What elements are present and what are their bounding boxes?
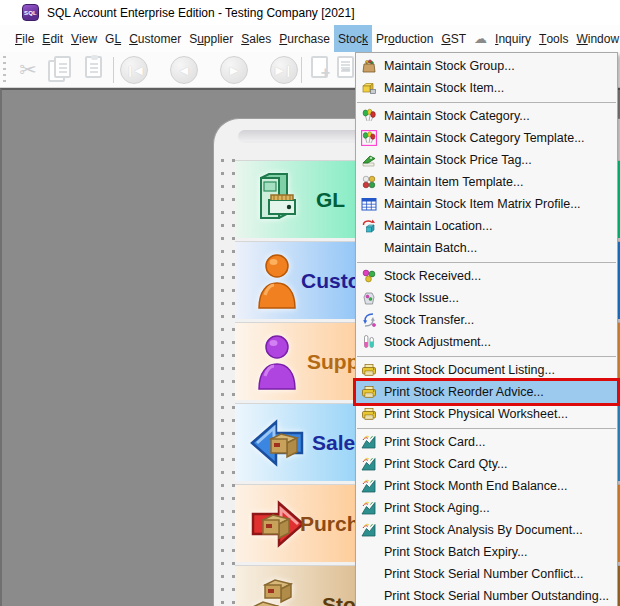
menu-item-stock-received[interactable]: Stock Received... — [356, 265, 617, 287]
menu-item-print-stock-analysis-by-document[interactable]: Print Stock Analysis By Document... — [356, 519, 617, 541]
menu-item-maintain-stock-group[interactable]: Maintain Stock Group... — [356, 55, 617, 77]
menubar-item-inquiry[interactable]: Inquiry — [491, 25, 535, 52]
chart-icon — [361, 500, 384, 516]
menubar-item-stock[interactable]: Stock — [334, 25, 372, 52]
transfer-icon — [361, 312, 384, 328]
chart-icon — [361, 522, 384, 538]
tag-icon — [361, 152, 384, 168]
cloud-icon[interactable]: ☁ — [470, 25, 491, 52]
menu-item-print-stock-card-qty[interactable]: Print Stock Card Qty... — [356, 453, 617, 475]
menubar-item-gl[interactable]: GL — [101, 25, 125, 52]
menu-item-label: Print Stock Serial Number Outstanding... — [384, 589, 609, 603]
menubar-item-sales[interactable]: Sales — [237, 25, 275, 52]
panel-grip-dots — [221, 159, 224, 606]
balloons-icon — [361, 108, 384, 124]
nav-previous-icon[interactable]: ◀ — [170, 56, 198, 84]
menubar-item-window[interactable]: Window — [572, 25, 620, 52]
menu-item-maintain-stock-item-matrix-profile[interactable]: Maintain Stock Item Matrix Profile... — [356, 193, 617, 215]
menu-item-label: Print Stock Analysis By Document... — [384, 523, 583, 537]
nav-next-icon[interactable]: ▶ — [220, 56, 248, 84]
menu-item-label: Print Stock Serial Number Conflict... — [384, 567, 583, 581]
person-orange-icon — [249, 251, 306, 311]
menu-item-print-stock-card[interactable]: Print Stock Card... — [356, 431, 617, 453]
menu-item-maintain-stock-category-template[interactable]: Maintain Stock Category Template... — [356, 127, 617, 149]
menu-item-maintain-batch[interactable]: Maintain Batch... — [356, 237, 617, 259]
issue-icon — [361, 290, 384, 306]
menu-item-print-stock-document-listing[interactable]: Print Stock Document Listing... — [356, 359, 617, 381]
menubar-item-view[interactable]: View — [67, 25, 101, 52]
menu-item-stock-adjustment[interactable]: Stock Adjustment... — [356, 331, 617, 353]
menu-item-label: Print Stock Batch Expiry... — [384, 545, 528, 559]
printer-icon — [361, 406, 384, 422]
menu-item-stock-transfer[interactable]: Stock Transfer... — [356, 309, 617, 331]
menubar-item-gst[interactable]: GST — [437, 25, 470, 52]
menu-item-label: Print Stock Card Qty... — [384, 457, 507, 471]
menubar-item-customer[interactable]: Customer — [125, 25, 185, 52]
menu-item-label: Maintain Stock Item... — [384, 81, 504, 95]
boxes-icon — [249, 575, 306, 606]
cut-icon[interactable]: ✂ — [14, 56, 42, 84]
sales-arrow-icon — [249, 413, 306, 473]
menu-item-maintain-location[interactable]: Maintain Location... — [356, 215, 617, 237]
menu-item-label: Maintain Stock Price Tag... — [384, 153, 532, 167]
menu-item-print-stock-reorder-advice[interactable]: Print Stock Reorder Advice... — [356, 381, 617, 403]
window-title: SQL Account Enterprise Edition - Testing… — [47, 6, 355, 20]
menu-item-label: Stock Adjustment... — [384, 335, 491, 349]
received-icon — [361, 268, 384, 284]
menu-separator — [357, 102, 616, 103]
menu-item-label: Stock Received... — [384, 269, 481, 283]
template-icon — [361, 174, 384, 190]
menubar-item-supplier[interactable]: Supplier — [185, 25, 237, 52]
printer-icon — [361, 384, 384, 400]
menu-item-maintain-item-template[interactable]: Maintain Item Template... — [356, 171, 617, 193]
menu-item-maintain-stock-item[interactable]: Maintain Stock Item... — [356, 77, 617, 99]
location-icon — [361, 218, 384, 234]
app-window: SQL SQL Account Enterprise Edition - Tes… — [0, 0, 620, 606]
menu-item-label: Stock Issue... — [384, 291, 459, 305]
menubar-item-purchase[interactable]: Purchase — [275, 25, 334, 52]
menu-item-label: Print Stock Document Listing... — [384, 363, 555, 377]
menu-item-label: Maintain Stock Category... — [384, 109, 530, 123]
menu-item-label: Print Stock Card... — [384, 435, 485, 449]
menu-item-label: Stock Transfer... — [384, 313, 474, 327]
menubar-item-production[interactable]: Production — [372, 25, 437, 52]
toolbar-grip[interactable] — [3, 56, 6, 83]
nav-first-icon[interactable]: ❙◀ — [120, 56, 148, 84]
menubar-item-file[interactable]: File — [11, 25, 38, 52]
menu-item-maintain-stock-category[interactable]: Maintain Stock Category... — [356, 105, 617, 127]
menu-item-label: Print Stock Reorder Advice... — [384, 385, 544, 399]
adjustment-icon — [361, 334, 384, 350]
menu-item-maintain-stock-price-tag[interactable]: Maintain Stock Price Tag... — [356, 149, 617, 171]
menubar-item-edit[interactable]: Edit — [38, 25, 67, 52]
cabinet-icon — [249, 170, 306, 230]
new-record-icon[interactable] — [306, 56, 334, 84]
menu-item-label: Print Stock Month End Balance... — [384, 479, 567, 493]
menu-item-label: Print Stock Aging... — [384, 501, 490, 515]
paste-icon[interactable] — [80, 56, 108, 84]
nav-last-icon[interactable]: ▶❙ — [270, 56, 298, 84]
app-logo-icon: SQL — [22, 4, 39, 21]
menu-item-stock-issue[interactable]: Stock Issue... — [356, 287, 617, 309]
balloons-frame-icon — [361, 130, 384, 146]
copy-icon[interactable] — [46, 56, 74, 84]
menu-item-label: Maintain Stock Item Matrix Profile... — [384, 197, 581, 211]
menubar-item-tools[interactable]: Tools — [535, 25, 572, 52]
module-button-label: GL — [316, 188, 345, 212]
menu-item-print-stock-serial-number-conflict[interactable]: Print Stock Serial Number Conflict... — [356, 563, 617, 585]
menu-item-label: Maintain Stock Group... — [384, 59, 515, 73]
menu-separator — [357, 262, 616, 263]
toolbar-separator — [113, 57, 114, 83]
menu-item-label: Print Stock Physical Worksheet... — [384, 407, 568, 421]
menu-item-print-stock-batch-expiry[interactable]: Print Stock Batch Expiry... — [356, 541, 617, 563]
menu-item-print-stock-serial-number-outstanding[interactable]: Print Stock Serial Number Outstanding... — [356, 585, 617, 606]
cube-icon — [361, 80, 384, 96]
menu-item-print-stock-month-end-balance[interactable]: Print Stock Month End Balance... — [356, 475, 617, 497]
title-bar: SQL SQL Account Enterprise Edition - Tes… — [0, 0, 620, 25]
menu-item-print-stock-aging[interactable]: Print Stock Aging... — [356, 497, 617, 519]
purchase-arrow-icon — [249, 494, 306, 554]
menu-bar: FileEditViewGLCustomerSupplierSalesPurch… — [0, 25, 620, 52]
stock-dropdown-menu: Maintain Stock Group...Maintain Stock It… — [355, 52, 618, 606]
chart-icon — [361, 456, 384, 472]
chart-icon — [361, 478, 384, 494]
menu-item-print-stock-physical-worksheet[interactable]: Print Stock Physical Worksheet... — [356, 403, 617, 425]
